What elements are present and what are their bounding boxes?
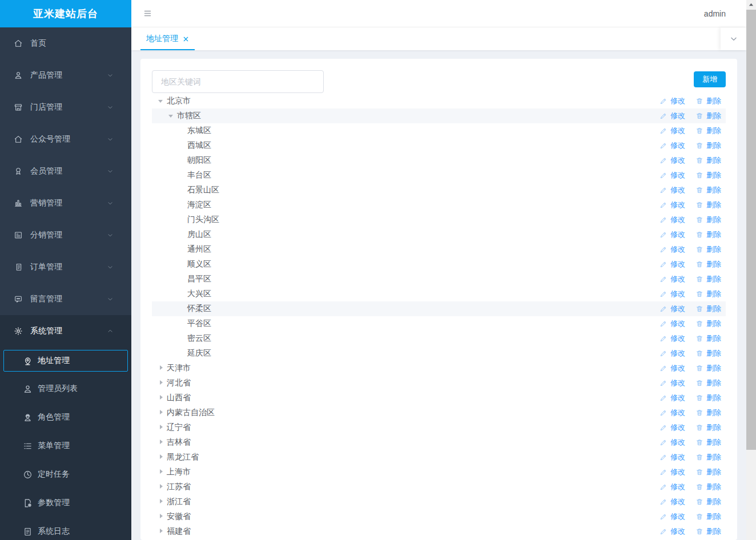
tree-row[interactable]: 海淀区修改删除 <box>152 198 726 212</box>
tree-row[interactable]: 安徽省修改删除 <box>152 509 726 524</box>
edit-link[interactable]: 修改 <box>660 304 685 314</box>
edit-link[interactable]: 修改 <box>660 126 685 136</box>
tree-row[interactable]: 上海市修改删除 <box>152 465 726 479</box>
delete-link[interactable]: 删除 <box>695 155 721 166</box>
edit-link[interactable]: 修改 <box>660 408 685 418</box>
caret-right-icon[interactable] <box>156 438 166 447</box>
scrollbar-up-arrow[interactable] <box>746 0 756 10</box>
delete-link[interactable]: 删除 <box>695 244 721 255</box>
tree-row[interactable]: 延庆区修改删除 <box>152 346 726 361</box>
tree-row[interactable]: 吉林省修改删除 <box>152 435 726 450</box>
tree-row[interactable]: 通州区修改删除 <box>152 242 726 257</box>
caret-right-icon[interactable] <box>156 453 166 462</box>
delete-link[interactable]: 删除 <box>695 200 721 210</box>
tree-row[interactable]: 大兴区修改删除 <box>152 287 726 301</box>
sidebar-subitem-log[interactable]: 系统日志 <box>0 517 131 540</box>
edit-link[interactable]: 修改 <box>660 185 685 195</box>
delete-link[interactable]: 删除 <box>695 304 721 314</box>
hamburger-icon[interactable] <box>143 9 152 18</box>
delete-link[interactable]: 删除 <box>695 408 721 418</box>
edit-link[interactable]: 修改 <box>660 467 685 477</box>
tree-row[interactable]: 房山区修改删除 <box>152 227 726 242</box>
tree-row[interactable]: 福建省修改删除 <box>152 524 726 539</box>
tree-row[interactable]: 市辖区修改删除 <box>152 108 726 123</box>
sidebar-item-marketing[interactable]: 营销管理 <box>0 187 131 219</box>
delete-link[interactable]: 删除 <box>695 126 721 136</box>
delete-link[interactable]: 删除 <box>695 482 721 492</box>
delete-link[interactable]: 删除 <box>695 378 721 388</box>
delete-link[interactable]: 删除 <box>695 467 721 477</box>
edit-link[interactable]: 修改 <box>660 215 685 225</box>
sidebar-item-order[interactable]: 订单管理 <box>0 251 131 283</box>
tree-row[interactable]: 朝阳区修改删除 <box>152 153 726 168</box>
sidebar-item-product[interactable]: 产品管理 <box>0 59 131 91</box>
delete-link[interactable]: 删除 <box>695 215 721 225</box>
delete-link[interactable]: 删除 <box>695 140 721 151</box>
edit-link[interactable]: 修改 <box>660 482 685 492</box>
edit-link[interactable]: 修改 <box>660 378 685 388</box>
delete-link[interactable]: 删除 <box>695 259 721 269</box>
delete-link[interactable]: 删除 <box>695 452 721 462</box>
tree-row[interactable]: 山西省修改删除 <box>152 390 726 405</box>
edit-link[interactable]: 修改 <box>660 422 685 433</box>
edit-link[interactable]: 修改 <box>660 229 685 240</box>
edit-link[interactable]: 修改 <box>660 155 685 166</box>
caret-right-icon[interactable] <box>156 393 166 402</box>
caret-down-icon[interactable] <box>156 96 166 106</box>
search-input[interactable] <box>152 70 324 93</box>
delete-link[interactable]: 删除 <box>695 185 721 195</box>
sidebar-item-official-account[interactable]: 公众号管理 <box>0 123 131 155</box>
edit-link[interactable]: 修改 <box>660 140 685 151</box>
tabbar-dropdown-button[interactable] <box>721 27 746 50</box>
edit-link[interactable]: 修改 <box>660 452 685 462</box>
sidebar-item-distribution[interactable]: 分销管理 <box>0 219 131 251</box>
tree-row[interactable]: 辽宁省修改删除 <box>152 420 726 435</box>
edit-link[interactable]: 修改 <box>660 319 685 329</box>
sidebar-item-member[interactable]: 会员管理 <box>0 155 131 187</box>
caret-right-icon[interactable] <box>156 482 166 491</box>
caret-right-icon[interactable] <box>156 497 166 506</box>
user-name[interactable]: admin <box>704 9 726 18</box>
tree-row[interactable]: 浙江省修改删除 <box>152 494 726 509</box>
edit-link[interactable]: 修改 <box>660 511 685 522</box>
caret-right-icon[interactable] <box>156 378 166 388</box>
edit-link[interactable]: 修改 <box>660 437 685 448</box>
edit-link[interactable]: 修改 <box>660 497 685 507</box>
caret-right-icon[interactable] <box>156 408 166 417</box>
caret-right-icon[interactable] <box>156 512 166 521</box>
delete-link[interactable]: 删除 <box>695 393 721 403</box>
sidebar-subitem-role[interactable]: 角色管理 <box>0 403 131 432</box>
tree-row[interactable]: 丰台区修改删除 <box>152 168 726 183</box>
delete-link[interactable]: 删除 <box>695 170 721 180</box>
caret-down-icon[interactable] <box>167 111 176 120</box>
edit-link[interactable]: 修改 <box>660 259 685 269</box>
tree-row[interactable]: 昌平区修改删除 <box>152 272 726 287</box>
delete-link[interactable]: 删除 <box>695 526 721 537</box>
caret-right-icon[interactable] <box>156 364 166 373</box>
tab-close-icon[interactable] <box>183 36 189 42</box>
tree-row[interactable]: 黑龙江省修改删除 <box>152 450 726 465</box>
sidebar-item-system[interactable]: 系统管理 <box>0 315 131 347</box>
tree-row[interactable]: 河北省修改删除 <box>152 376 726 390</box>
tree-row[interactable]: 密云区修改删除 <box>152 331 726 346</box>
delete-link[interactable]: 删除 <box>695 111 721 121</box>
delete-link[interactable]: 删除 <box>695 437 721 448</box>
tree-row[interactable]: 西城区修改删除 <box>152 138 726 153</box>
edit-link[interactable]: 修改 <box>660 111 685 121</box>
caret-right-icon[interactable] <box>156 468 166 477</box>
edit-link[interactable]: 修改 <box>660 289 685 299</box>
scrollbar-thumb[interactable] <box>746 10 756 450</box>
delete-link[interactable]: 删除 <box>695 96 721 106</box>
caret-right-icon[interactable] <box>156 527 166 536</box>
tab-address-management[interactable]: 地址管理 <box>140 27 195 50</box>
tree-row[interactable]: 天津市修改删除 <box>152 361 726 376</box>
caret-right-icon[interactable] <box>156 423 166 432</box>
edit-link[interactable]: 修改 <box>660 333 685 344</box>
delete-link[interactable]: 删除 <box>695 289 721 299</box>
tree-row[interactable]: 东城区修改删除 <box>152 123 726 138</box>
sidebar-item-store[interactable]: 门店管理 <box>0 91 131 123</box>
edit-link[interactable]: 修改 <box>660 244 685 255</box>
tree-row[interactable]: 顺义区修改删除 <box>152 257 726 272</box>
edit-link[interactable]: 修改 <box>660 348 685 358</box>
sidebar-subitem-params[interactable]: 参数管理 <box>0 489 131 517</box>
